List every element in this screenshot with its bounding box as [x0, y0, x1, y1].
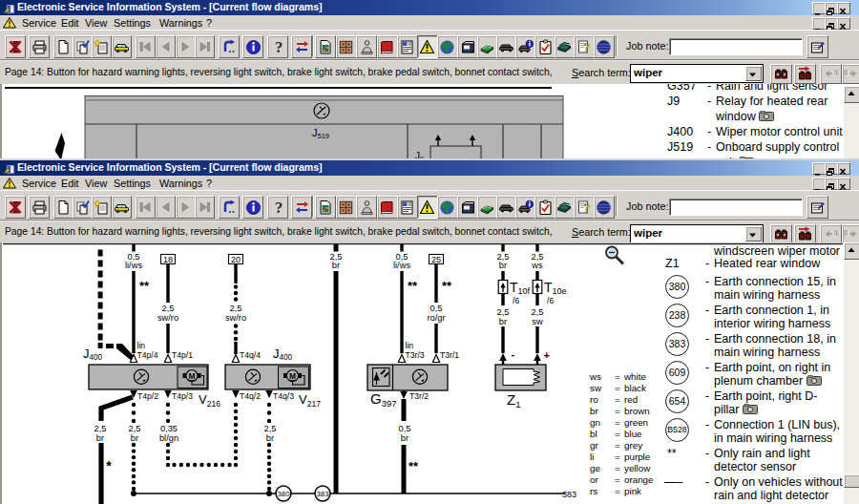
svg-text:0,5: 0,5 [396, 252, 409, 262]
svg-text:ws: ws [531, 261, 543, 270]
svg-text:=: = [615, 417, 620, 428]
svg-text:2,5: 2,5 [162, 304, 175, 313]
svg-text:18: 18 [163, 255, 173, 264]
svg-text:2,5: 2,5 [497, 252, 510, 262]
svg-text:2,5: 2,5 [532, 307, 544, 317]
svg-text:=: = [615, 440, 620, 451]
svg-text:380: 380 [277, 490, 290, 498]
svg-text:=: = [615, 383, 620, 393]
svg-text:T10e: T10e [544, 280, 567, 296]
svg-text:0,5: 0,5 [430, 304, 443, 313]
svg-text:2,5: 2,5 [264, 424, 277, 433]
svg-text:gn: gn [590, 417, 600, 428]
svg-text:ge: ge [590, 463, 600, 473]
svg-text:br: br [266, 433, 274, 443]
svg-text:=: = [615, 486, 620, 496]
svg-text:**: ** [442, 279, 452, 293]
svg-text:T10f: T10f [510, 280, 531, 296]
svg-text:br: br [499, 261, 507, 270]
svg-text:0,5: 0,5 [399, 424, 411, 433]
svg-text:383: 383 [562, 490, 576, 499]
svg-text:T3r/2: T3r/2 [409, 391, 429, 401]
svg-text:2,5: 2,5 [532, 252, 544, 262]
svg-text:M: M [188, 371, 195, 381]
svg-text:T4p/2: T4p/2 [137, 391, 158, 401]
svg-text:br: br [590, 406, 598, 416]
svg-text:*: * [106, 458, 112, 473]
svg-text:T4p/1: T4p/1 [172, 350, 193, 360]
svg-text:20: 20 [231, 255, 241, 264]
svg-text:0,35: 0,35 [160, 424, 178, 433]
svg-text:pink: pink [624, 486, 641, 496]
svg-text:li/ws: li/ws [125, 261, 142, 270]
svg-text:purple: purple [624, 452, 651, 462]
svg-text:sw/ro: sw/ro [225, 313, 246, 323]
svg-text:black: black [624, 383, 646, 393]
svg-text:T4p/3: T4p/3 [172, 391, 193, 401]
svg-text:lin: lin [137, 341, 146, 350]
svg-text:/6: /6 [513, 296, 519, 305]
svg-text:orange: orange [624, 474, 654, 485]
svg-text:or: or [590, 474, 598, 485]
svg-text:ro/gr: ro/gr [427, 313, 445, 323]
svg-text:=: = [615, 429, 620, 439]
svg-text:rs: rs [590, 486, 597, 496]
svg-text:V217: V217 [299, 392, 321, 409]
svg-text:T3r/1: T3r/1 [440, 350, 459, 360]
svg-text:br: br [499, 317, 507, 326]
svg-text:G397: G397 [370, 390, 397, 409]
svg-text:25: 25 [431, 255, 441, 264]
svg-text:/6: /6 [547, 296, 554, 305]
svg-text:blue: blue [624, 429, 642, 439]
svg-text:**: ** [408, 279, 418, 293]
svg-text:T4q/4: T4q/4 [240, 350, 261, 360]
svg-text:sw: sw [532, 317, 543, 326]
svg-text:white: white [623, 371, 646, 382]
svg-text:bl/gn: bl/gn [159, 433, 178, 443]
svg-text:lin: lin [406, 341, 414, 350]
svg-text:Z1: Z1 [507, 391, 520, 410]
svg-text:T4q/2: T4q/2 [240, 391, 261, 401]
svg-text:2,5: 2,5 [497, 307, 510, 317]
svg-text:li: li [590, 452, 594, 462]
svg-text:brown: brown [624, 406, 650, 416]
svg-text:gr: gr [590, 440, 598, 451]
svg-text:+: + [544, 349, 550, 361]
svg-text:=: = [615, 371, 620, 382]
svg-text:T4q/3: T4q/3 [273, 391, 294, 401]
svg-text:383: 383 [316, 490, 328, 498]
svg-text:2,5: 2,5 [94, 424, 107, 433]
svg-text:ro: ro [590, 394, 598, 405]
svg-text:2,5: 2,5 [129, 424, 141, 433]
svg-text:green: green [624, 417, 648, 428]
svg-text:V216: V216 [199, 392, 220, 409]
svg-text:=: = [615, 394, 620, 405]
svg-text:**: ** [409, 459, 419, 473]
svg-text:=: = [615, 406, 620, 416]
svg-text:J400: J400 [273, 346, 293, 362]
svg-text:M: M [289, 371, 296, 381]
svg-text:sw/ro: sw/ro [157, 313, 178, 323]
svg-text:sw: sw [590, 383, 602, 393]
svg-text:=: = [615, 463, 620, 473]
svg-text:T4p/4: T4p/4 [137, 350, 158, 360]
svg-text:br: br [332, 261, 340, 270]
svg-text:br: br [96, 433, 104, 443]
svg-text:T3r/3: T3r/3 [406, 350, 425, 360]
svg-text:J400: J400 [83, 346, 103, 362]
svg-text:=: = [615, 452, 620, 462]
svg-text:grey: grey [624, 440, 642, 451]
svg-text:0,5: 0,5 [128, 252, 140, 262]
svg-text:br: br [401, 433, 409, 443]
svg-text:bl: bl [590, 429, 597, 439]
svg-text:li/ws: li/ws [393, 261, 410, 270]
svg-text:red: red [624, 394, 638, 405]
svg-text:2,5: 2,5 [230, 304, 242, 313]
svg-text:yellow: yellow [624, 463, 651, 473]
svg-text:=: = [615, 474, 620, 485]
svg-text:**: ** [139, 279, 150, 293]
svg-text:br: br [131, 433, 138, 443]
svg-text:-: - [512, 348, 515, 360]
svg-text:2,5: 2,5 [330, 252, 343, 262]
svg-text:ws: ws [589, 371, 601, 382]
